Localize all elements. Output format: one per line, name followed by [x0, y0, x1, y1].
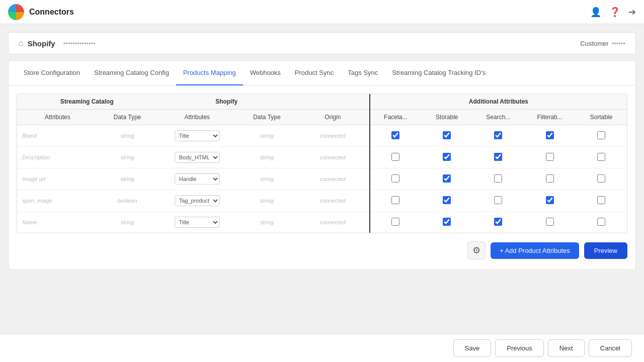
- col-sc-datatype: Data Type: [98, 110, 157, 125]
- origin-1: connected: [296, 147, 370, 168]
- table-row: Image urlstringTitleBody_HTMLHandleTag_p…: [17, 168, 627, 190]
- table-row: NamestringTitleBody_HTMLHandleTag_produc…: [17, 212, 627, 233]
- help-icon[interactable]: ❓: [609, 7, 620, 18]
- breadcrumb-card: ⌂ Shopify •••••••••••••• Customer ••••••: [8, 32, 636, 54]
- customer-label: Customer: [580, 40, 608, 47]
- col-filterable: Filterab...: [524, 110, 575, 125]
- cb-filterable-3[interactable]: [524, 190, 575, 212]
- sc-dtype-1: string: [98, 147, 157, 168]
- user-icon[interactable]: 👤: [590, 7, 601, 18]
- tab-products-mapping[interactable]: Products Mapping: [176, 61, 243, 85]
- add-attributes-button[interactable]: + Add Product Attributes: [491, 242, 579, 259]
- cb-storable-3[interactable]: [421, 190, 472, 212]
- cb-sortable-4[interactable]: [576, 212, 627, 233]
- tab-store-config[interactable]: Store Configuration: [17, 61, 87, 85]
- group-header-shopify: Shopify: [156, 94, 296, 110]
- app-title: Connectors: [29, 8, 74, 17]
- cb-facetable-4[interactable]: [370, 212, 421, 233]
- origin-3: connected: [296, 190, 370, 212]
- col-sortable: Sortable: [576, 110, 627, 125]
- sc-dtype-0: string: [98, 125, 157, 147]
- col-header-row: Attributes Data Type Attributes Data Typ…: [17, 110, 627, 125]
- sc-attr-0: Brand: [17, 125, 98, 147]
- cb-searchable-0[interactable]: [472, 125, 524, 147]
- sh-attr-select-0[interactable]: TitleBody_HTMLHandleTag_productVendorTyp…: [156, 125, 237, 147]
- main-card: Store Configuration Streaming Catalog Co…: [8, 60, 636, 270]
- col-sh-attributes: Attributes: [156, 110, 237, 125]
- tab-product-sync[interactable]: Product Sync: [288, 61, 341, 85]
- cb-facetable-1[interactable]: [370, 147, 421, 168]
- cb-storable-4[interactable]: [421, 212, 472, 233]
- sh-attr-select-1[interactable]: TitleBody_HTMLHandleTag_productVendorTyp…: [156, 147, 237, 168]
- app-logo: [8, 4, 24, 20]
- breadcrumb-left: ⌂ Shopify ••••••••••••••: [19, 39, 95, 48]
- tab-streaming-catalog[interactable]: Streaming Catalog Config: [87, 61, 176, 85]
- sh-attr-select-2[interactable]: TitleBody_HTMLHandleTag_productVendorTyp…: [156, 168, 237, 190]
- table-row: BrandstringTitleBody_HTMLHandleTag_produ…: [17, 125, 627, 147]
- cb-sortable-0[interactable]: [576, 125, 627, 147]
- cb-storable-1[interactable]: [421, 147, 472, 168]
- breadcrumb-right: Customer ••••••: [580, 40, 625, 47]
- col-sh-datatype: Data Type: [237, 110, 296, 125]
- col-sc-attributes: Attributes: [17, 110, 98, 125]
- sc-dtype-4: string: [98, 212, 157, 233]
- cb-searchable-3[interactable]: [472, 190, 524, 212]
- group-header-row: Streaming Catalog Shopify Additional Att…: [17, 94, 627, 110]
- col-facetable: Faceta...: [370, 110, 421, 125]
- home-icon[interactable]: ⌂: [19, 39, 24, 48]
- preview-button[interactable]: Preview: [584, 242, 627, 259]
- action-bar: ⚙ + Add Product Attributes Preview: [9, 233, 635, 259]
- cb-storable-2[interactable]: [421, 168, 472, 190]
- cb-searchable-4[interactable]: [472, 212, 524, 233]
- sh-dtype-2: string: [237, 168, 296, 190]
- col-searchable: Search...: [472, 110, 524, 125]
- group-header-additional: Additional Attributes: [370, 94, 627, 110]
- origin-2: connected: [296, 168, 370, 190]
- cb-filterable-4[interactable]: [524, 212, 575, 233]
- sc-attr-3: spon_image: [17, 190, 98, 212]
- group-header-origin: [296, 94, 370, 110]
- nav-left: Connectors: [8, 4, 74, 20]
- col-storable: Storable: [421, 110, 472, 125]
- nav-right: 👤 ❓ ➔: [590, 7, 636, 18]
- tabs-bar: Store Configuration Streaming Catalog Co…: [9, 61, 635, 85]
- sh-dtype-1: string: [237, 147, 296, 168]
- sh-dtype-3: string: [237, 190, 296, 212]
- sh-dtype-4: string: [237, 212, 296, 233]
- origin-4: connected: [296, 212, 370, 233]
- main-wrapper: ⌂ Shopify •••••••••••••• Customer ••••••…: [0, 24, 644, 278]
- cb-filterable-2[interactable]: [524, 168, 575, 190]
- table-row: DescriptionstringTitleBody_HTMLHandleTag…: [17, 147, 627, 168]
- cb-sortable-1[interactable]: [576, 147, 627, 168]
- customer-id: ••••••: [612, 40, 625, 47]
- cb-facetable-3[interactable]: [370, 190, 421, 212]
- mapping-table: Streaming Catalog Shopify Additional Att…: [17, 94, 627, 233]
- group-header-streaming-catalog: Streaming Catalog: [17, 94, 156, 110]
- breadcrumb-store: Shopify: [28, 39, 55, 48]
- cb-filterable-0[interactable]: [524, 125, 575, 147]
- col-origin: Origin: [296, 110, 370, 125]
- sc-attr-2: Image url: [17, 168, 98, 190]
- mapping-table-container: Streaming Catalog Shopify Additional Att…: [17, 94, 627, 233]
- tab-tracking-ids[interactable]: Streaming Catalog Tracking ID's: [385, 61, 493, 85]
- breadcrumb-store-id: ••••••••••••••: [63, 40, 96, 47]
- logout-icon[interactable]: ➔: [628, 7, 636, 18]
- tab-tags-sync[interactable]: Tags Sync: [341, 61, 385, 85]
- tab-webhooks[interactable]: Webhooks: [243, 61, 288, 85]
- gear-button[interactable]: ⚙: [467, 241, 486, 259]
- sc-attr-1: Description: [17, 147, 98, 168]
- cb-searchable-1[interactable]: [472, 147, 524, 168]
- sc-attr-4: Name: [17, 212, 98, 233]
- sc-dtype-3: boolean: [98, 190, 157, 212]
- cb-sortable-3[interactable]: [576, 190, 627, 212]
- cb-sortable-2[interactable]: [576, 168, 627, 190]
- cb-filterable-1[interactable]: [524, 147, 575, 168]
- cb-storable-0[interactable]: [421, 125, 472, 147]
- cb-searchable-2[interactable]: [472, 168, 524, 190]
- cb-facetable-0[interactable]: [370, 125, 421, 147]
- table-body: BrandstringTitleBody_HTMLHandleTag_produ…: [17, 125, 627, 233]
- sh-attr-select-4[interactable]: TitleBody_HTMLHandleTag_productVendorTyp…: [156, 212, 237, 233]
- sh-dtype-0: string: [237, 125, 296, 147]
- sh-attr-select-3[interactable]: TitleBody_HTMLHandleTag_productVendorTyp…: [156, 190, 237, 212]
- cb-facetable-2[interactable]: [370, 168, 421, 190]
